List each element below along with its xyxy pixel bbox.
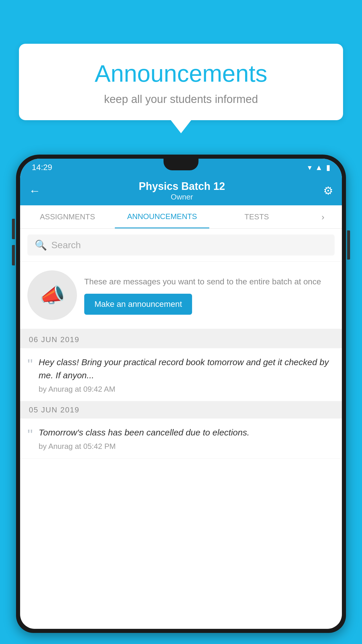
speech-bubble-arrow [171, 120, 191, 133]
wifi-icon: ▾ [308, 163, 312, 172]
announcement-content-2: Tomorrow's class has been cancelled due … [38, 426, 335, 451]
announcement-item-1[interactable]: " Hey class! Bring your practical record… [20, 348, 342, 401]
date-separator-1: 06 JUN 2019 [20, 331, 342, 348]
search-icon: 🔍 [35, 239, 47, 251]
notch [164, 159, 198, 170]
tab-more[interactable]: › [304, 205, 342, 228]
phone-container: 14:29 ▾ ▲ ▮ ← Physics Batch 12 Owner ⚙ A… [16, 155, 346, 644]
app-bar-title: Physics Batch 12 [41, 180, 323, 192]
announcement-content-1: Hey class! Bring your practical record b… [38, 356, 335, 394]
app-bar-title-section: Physics Batch 12 Owner [41, 180, 323, 202]
signal-icon: ▲ [315, 163, 323, 172]
promo-section: 📣 These are messages you want to send to… [20, 262, 342, 331]
settings-icon[interactable]: ⚙ [323, 184, 333, 197]
phone-frame: 14:29 ▾ ▲ ▮ ← Physics Batch 12 Owner ⚙ A… [16, 155, 346, 633]
volume-down-button [12, 245, 15, 265]
search-bar[interactable]: 🔍 Search [27, 235, 335, 256]
promo-description: These are messages you want to send to t… [84, 276, 335, 288]
speech-bubble-container: Announcements keep all your students inf… [19, 44, 343, 133]
announcement-icon-circle: 📣 [27, 270, 77, 320]
bubble-title: Announcements [36, 60, 326, 87]
bubble-subtitle: keep all your students informed [36, 93, 326, 106]
quote-icon-1: " [27, 357, 33, 394]
promo-content: These are messages you want to send to t… [84, 276, 335, 315]
speech-bubble: Announcements keep all your students inf… [19, 44, 343, 120]
make-announcement-button[interactable]: Make an announcement [84, 294, 192, 315]
announcement-text-1: Hey class! Bring your practical record b… [38, 356, 335, 382]
megaphone-icon: 📣 [40, 283, 65, 307]
status-icons: ▾ ▲ ▮ [308, 163, 330, 172]
status-bar: 14:29 ▾ ▲ ▮ [20, 159, 342, 176]
announcement-item-2[interactable]: " Tomorrow's class has been cancelled du… [20, 419, 342, 459]
back-button[interactable]: ← [29, 184, 41, 197]
tab-tests[interactable]: TESTS [209, 205, 304, 228]
announcement-meta-2: by Anurag at 05:42 PM [38, 442, 335, 451]
date-separator-2: 05 JUN 2019 [20, 401, 342, 419]
search-container: 🔍 Search [20, 229, 342, 262]
phone-screen: 14:29 ▾ ▲ ▮ ← Physics Batch 12 Owner ⚙ A… [20, 159, 342, 629]
tab-announcements[interactable]: ANNOUNCEMENTS [115, 205, 210, 228]
volume-up-button [12, 219, 15, 239]
status-time: 14:29 [32, 163, 52, 172]
announcement-text-2: Tomorrow's class has been cancelled due … [38, 426, 335, 439]
announcement-meta-1: by Anurag at 09:42 AM [38, 385, 335, 394]
tabs-bar: ASSIGNMENTS ANNOUNCEMENTS TESTS › [20, 205, 342, 229]
battery-icon: ▮ [326, 163, 330, 172]
power-button [347, 230, 350, 260]
app-bar-subtitle: Owner [41, 192, 323, 202]
tab-assignments[interactable]: ASSIGNMENTS [20, 205, 115, 228]
quote-icon-2: " [27, 427, 33, 451]
app-bar: ← Physics Batch 12 Owner ⚙ [20, 176, 342, 205]
search-placeholder: Search [51, 240, 81, 251]
